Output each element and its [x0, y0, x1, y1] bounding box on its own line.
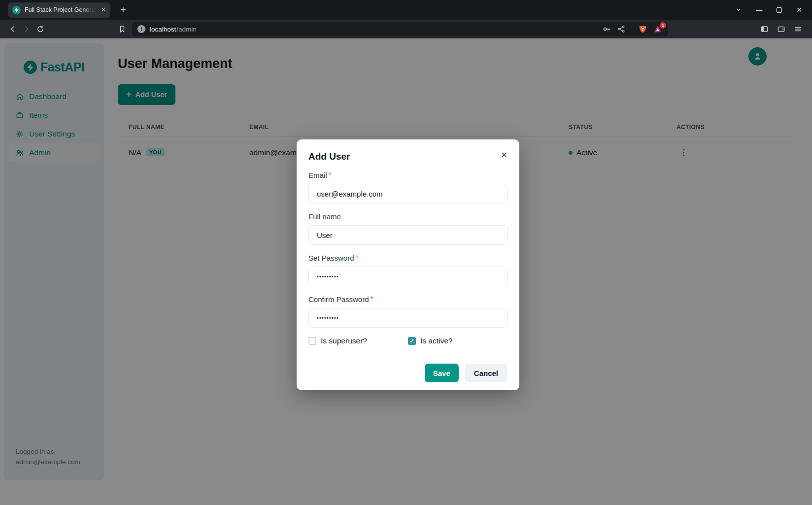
minimize-button[interactable]: —: [756, 6, 762, 14]
full-name-field[interactable]: [308, 225, 508, 245]
checkbox-row: Is superuser? ✓ Is active?: [308, 337, 508, 345]
modal-buttons: Save Cancel: [308, 364, 508, 382]
window-controls: ⌄ — ✕: [736, 6, 812, 14]
modal-header: Add User ✕: [308, 151, 508, 162]
sidebar-toggle-icon[interactable]: [760, 25, 769, 33]
site-info-icon[interactable]: i: [137, 25, 145, 33]
rewards-badge: 1: [660, 22, 666, 29]
reload-icon[interactable]: [34, 22, 47, 36]
set-password-label: Set Password: [308, 254, 354, 262]
forward-icon[interactable]: [20, 22, 34, 36]
fastapi-favicon-icon: [12, 6, 21, 14]
new-tab-button[interactable]: +: [120, 5, 126, 15]
key-icon[interactable]: [603, 25, 611, 33]
toolbar-divider: [632, 25, 632, 33]
is-superuser-checkbox[interactable]: Is superuser?: [308, 337, 408, 345]
browser-window: Full Stack Project Genera ✕ + ⌄ — ✕ i lo…: [0, 0, 812, 505]
url-path: /admin: [176, 26, 197, 33]
checkbox-unchecked-icon[interactable]: [308, 337, 316, 345]
is-active-label: Is active?: [420, 337, 452, 345]
wallet-icon[interactable]: [777, 25, 785, 33]
required-asterisk: *: [329, 171, 332, 179]
browser-tab[interactable]: Full Stack Project Genera ✕: [8, 2, 110, 18]
maximize-button[interactable]: [777, 7, 782, 13]
tab-search-chevron-icon[interactable]: ⌄: [736, 4, 742, 13]
email-field[interactable]: [308, 184, 508, 203]
page: FastAPI Dashboard Items: [0, 38, 812, 505]
confirm-password-field-group: Confirm Password*: [308, 295, 508, 328]
email-label: Email: [308, 171, 327, 179]
full-name-field-group: Full name: [308, 212, 508, 245]
share-icon[interactable]: [617, 25, 625, 33]
confirm-password-field[interactable]: [308, 308, 508, 328]
browser-tabbar: Full Stack Project Genera ✕ + ⌄ — ✕: [0, 0, 812, 20]
confirm-password-label: Confirm Password: [308, 295, 369, 303]
checkbox-checked-icon[interactable]: ✓: [408, 337, 416, 345]
add-user-modal: Add User ✕ Email* Full name Set Password…: [297, 139, 519, 390]
email-field-group: Email*: [308, 171, 508, 203]
is-superuser-label: Is superuser?: [321, 337, 367, 345]
menu-hamburger-icon[interactable]: [794, 25, 802, 33]
full-name-label: Full name: [308, 212, 341, 221]
required-asterisk: *: [371, 295, 373, 303]
toolbar-right: [760, 25, 806, 33]
browser-toolbar: i localhost /admin: [0, 20, 812, 38]
is-active-checkbox[interactable]: ✓ Is active?: [408, 337, 508, 345]
back-icon[interactable]: [6, 22, 20, 36]
tab-title: Full Stack Project Genera: [25, 6, 97, 13]
modal-close-icon[interactable]: ✕: [499, 149, 509, 161]
set-password-field[interactable]: [308, 267, 508, 286]
set-password-field-group: Set Password*: [308, 254, 508, 286]
url-host: localhost: [150, 26, 176, 33]
save-button[interactable]: Save: [425, 364, 459, 382]
bookmark-icon[interactable]: [115, 22, 129, 36]
required-asterisk: *: [356, 254, 359, 262]
modal-title: Add User: [308, 151, 350, 162]
brave-shield-icon[interactable]: [639, 25, 647, 34]
url-bar[interactable]: i localhost /admin: [132, 22, 668, 36]
brave-rewards-icon[interactable]: 1: [653, 25, 663, 34]
cancel-button[interactable]: Cancel: [465, 364, 508, 382]
urlbar-actions: 1: [603, 25, 663, 34]
window-close-button[interactable]: ✕: [796, 6, 802, 14]
tab-close-icon[interactable]: ✕: [101, 7, 106, 13]
